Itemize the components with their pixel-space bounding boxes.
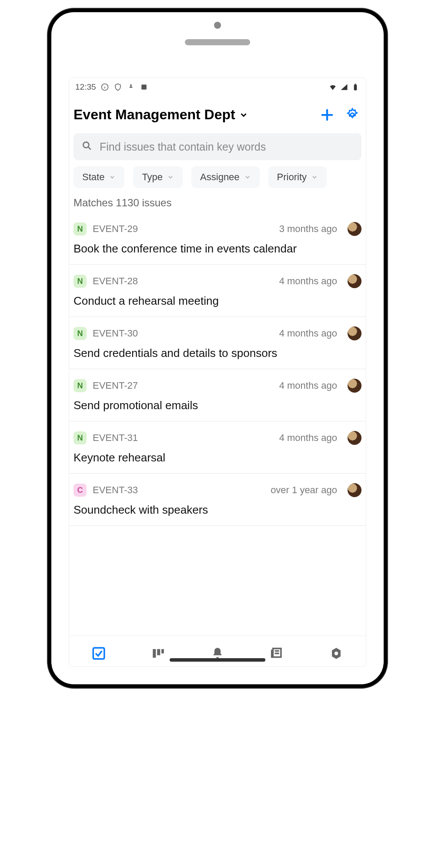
svg-rect-5	[354, 84, 357, 90]
issue-time: over 1 year ago	[271, 484, 337, 496]
search-input[interactable]	[100, 141, 354, 153]
header: Event Management Dept	[69, 94, 366, 127]
issue-id: EVENT-29	[93, 223, 273, 235]
nav-issues[interactable]	[89, 644, 108, 663]
wifi-icon	[328, 83, 337, 91]
filter-label: Priority	[277, 172, 307, 183]
svg-line-11	[88, 147, 90, 149]
issue-id: EVENT-27	[93, 380, 273, 391]
filter-assignee[interactable]: Assignee	[191, 166, 260, 188]
svg-rect-15	[161, 649, 164, 653]
issue-list[interactable]: N EVENT-29 3 months ago Book the confere…	[69, 212, 366, 636]
svg-rect-12	[93, 648, 104, 659]
home-indicator[interactable]	[170, 658, 265, 662]
issue-time: 4 months ago	[279, 380, 337, 391]
filter-label: Assignee	[200, 172, 240, 183]
issue-time: 3 months ago	[279, 223, 337, 235]
issue-badge: N	[74, 222, 87, 236]
info-icon	[100, 83, 109, 91]
issue-item[interactable]: N EVENT-31 4 months ago Keynote rehearsa…	[69, 421, 366, 474]
status-time: 12:35	[75, 82, 96, 92]
issue-badge: N	[74, 431, 87, 444]
search-bar[interactable]	[74, 133, 361, 160]
issue-title: Soundcheck with speakers	[74, 503, 361, 517]
svg-rect-6	[355, 84, 356, 85]
chevron-down-icon	[109, 174, 116, 181]
status-bar: 12:35	[69, 78, 366, 94]
chevron-down-icon	[239, 110, 248, 120]
issue-badge: N	[74, 327, 87, 340]
issue-item[interactable]: N EVENT-27 4 months ago Send promotional…	[69, 369, 366, 421]
filter-row: State Type Assignee Priority	[69, 166, 366, 194]
filter-state[interactable]: State	[74, 166, 124, 188]
issue-id: EVENT-31	[93, 432, 273, 444]
svg-rect-13	[153, 649, 156, 658]
page-title: Event Management Dept	[74, 107, 235, 123]
issue-item[interactable]: N EVENT-29 3 months ago Book the confere…	[69, 212, 366, 265]
svg-point-19	[335, 652, 338, 656]
app-indicator-icon	[140, 83, 148, 91]
issue-title: Book the conference time in events calen…	[74, 242, 361, 256]
svg-point-10	[83, 142, 89, 148]
svg-rect-14	[157, 649, 160, 655]
issue-id: EVENT-30	[93, 328, 273, 339]
add-button[interactable]	[320, 108, 335, 122]
issue-time: 4 months ago	[279, 276, 337, 287]
matches-count: Matches 1130 issues	[69, 194, 366, 212]
issue-title: Send credentials and details to sponsors	[74, 347, 361, 360]
assignee-avatar[interactable]	[348, 274, 361, 288]
settings-button[interactable]	[345, 108, 360, 122]
issue-id: EVENT-33	[93, 484, 264, 496]
assignee-avatar[interactable]	[348, 431, 361, 445]
nav-docs[interactable]	[267, 644, 286, 663]
issue-time: 4 months ago	[279, 328, 337, 339]
chevron-down-icon	[311, 174, 318, 181]
search-icon	[81, 140, 93, 153]
issue-badge: N	[74, 275, 87, 288]
issue-badge: N	[74, 379, 87, 392]
issue-item[interactable]: N EVENT-28 4 months ago Conduct a rehear…	[69, 265, 366, 317]
filter-label: Type	[142, 172, 163, 183]
issue-time: 4 months ago	[279, 432, 337, 444]
nav-settings[interactable]	[327, 644, 346, 663]
issue-badge: C	[74, 484, 87, 497]
bottom-nav	[69, 636, 366, 666]
battery-icon	[351, 83, 360, 91]
svg-point-3	[130, 84, 131, 86]
filter-label: State	[82, 172, 104, 183]
signal-icon	[340, 83, 348, 91]
assignee-avatar[interactable]	[348, 326, 361, 340]
assignee-avatar[interactable]	[348, 379, 361, 393]
issue-item[interactable]: N EVENT-30 4 months ago Send credentials…	[69, 317, 366, 369]
assignee-avatar[interactable]	[348, 222, 361, 236]
project-selector[interactable]: Event Management Dept	[74, 107, 248, 123]
issue-title: Send promotional emails	[74, 399, 361, 412]
issue-title: Conduct a rehearsal meeting	[74, 294, 361, 308]
nav-board[interactable]	[149, 644, 168, 663]
issue-item[interactable]: C EVENT-33 over 1 year ago Soundcheck wi…	[69, 474, 366, 526]
issue-id: EVENT-28	[93, 276, 273, 287]
chevron-down-icon	[167, 174, 174, 181]
chevron-down-icon	[244, 174, 251, 181]
svg-rect-4	[141, 84, 147, 90]
assignee-avatar[interactable]	[348, 483, 361, 497]
filter-type[interactable]: Type	[133, 166, 183, 188]
filter-priority[interactable]: Priority	[268, 166, 327, 188]
location-icon	[127, 83, 135, 91]
issue-title: Keynote rehearsal	[74, 451, 361, 464]
shield-icon	[114, 83, 122, 91]
